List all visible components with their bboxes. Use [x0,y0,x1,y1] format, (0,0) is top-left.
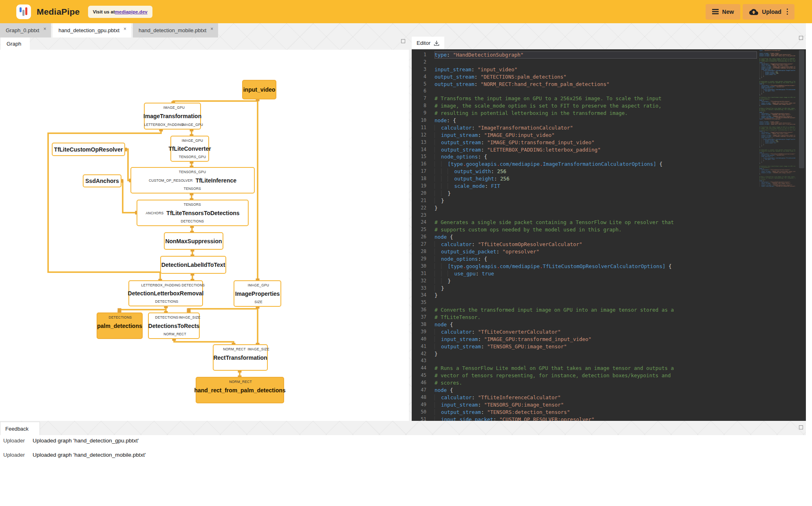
feedback-row: UploaderUploaded graph 'hand_detection_m… [0,449,812,464]
code-line[interactable]: 42} [412,350,757,358]
graph-node-palm_detections[interactable]: DETECTIONSpalm_detections [97,312,143,339]
line-number: 3 [412,66,426,73]
port-label-TENSORS: TENSORS [184,187,201,191]
port-label-LETTERBOX_PADDING: LETTERBOX_PADDING [144,123,184,127]
code-line[interactable]: 38node { [412,321,757,328]
upload-button[interactable]: Upload [743,4,794,20]
close-tab-icon[interactable]: × [210,26,213,32]
graph-canvas[interactable]: input_videoIMAGE_GPUImageTransformationL… [0,50,409,421]
code-line[interactable]: 46# scores. [412,379,757,387]
line-number: 31 [412,270,426,277]
graph-node-hand_rect_from_palm_detections[interactable]: NORM_RECThand_rect_from_palm_detections [196,377,284,403]
code-line[interactable]: 23 [412,212,757,219]
code-line[interactable]: 3input_stream: "input_video" [412,66,757,73]
close-tab-icon[interactable]: × [43,26,46,32]
code-editor[interactable]: 1type: "HandDetectionSubgraph"23input_st… [412,49,806,421]
file-tab-Graph_0.pbtxt[interactable]: Graph_0.pbtxt× [0,23,51,37]
code-line[interactable]: 50 output_stream: "TENSORS:detection_ten… [412,409,757,416]
code-line[interactable]: 15 node_options: { [412,153,757,161]
code-line[interactable]: 41 output_stream: "TENSORS_GPU:image_ten… [412,343,757,350]
code-line[interactable]: 20 } [412,190,757,197]
code-line[interactable]: 39 calculator: "TfLiteConverterCalculato… [412,328,757,336]
mediapipe-dev-link[interactable]: mediapipe.dev [115,9,148,14]
tab-graph[interactable]: Graph [1,37,30,50]
upload-menu-kebab-icon[interactable] [787,9,788,15]
graph-node-input_video[interactable]: input_video [242,80,276,99]
code-line[interactable]: 4output_stream: "DETECTIONS:palm_detecti… [412,73,757,81]
code-line[interactable]: 2 [412,59,757,66]
graph-node-TfLiteCustomOpResolver[interactable]: TfLiteCustomOpResolver [52,143,125,156]
code-line[interactable]: 25# supports custom ops needed by the mo… [412,226,757,233]
expand-graph-panel-icon[interactable] [401,39,405,43]
code-line[interactable]: 11 calculator: "ImageTransformationCalcu… [412,124,757,132]
port-label-IMAGE_GPU: IMAGE_GPU [182,123,203,127]
code-line[interactable]: 29 node_options: { [412,255,757,263]
code-line[interactable]: 6 [412,88,757,95]
expand-editor-panel-icon[interactable] [799,36,803,40]
line-number: 47 [412,387,426,394]
graph-node-DetectionLetterboxRemoval[interactable]: LETTERBOX_PADDINGDETECTIONSDetectionLett… [128,280,203,306]
tab-editor[interactable]: Editor [412,37,444,49]
graph-node-NonMaxSuppression[interactable]: NonMaxSuppression [164,232,223,250]
code-line[interactable]: 44# Runs a TensorFlow Lite model on GPU … [412,365,757,372]
code-line[interactable]: 30 [type.googleapis.com/mediapipe.TfLite… [412,263,757,270]
code-line[interactable]: 8# image, the scale_mode option is set t… [412,102,757,110]
editor-minimap[interactable]: type: "HandDetectionSubgraph"input_strea… [759,50,795,418]
line-number: 45 [412,372,426,379]
code-line[interactable]: 1type: "HandDetectionSubgraph" [412,51,757,59]
graph-node-DetectionLabelIdToText[interactable]: DetectionLabelIdToText [160,256,226,274]
tab-feedback[interactable]: Feedback [0,422,40,435]
expand-feedback-panel-icon[interactable] [799,425,803,429]
new-button[interactable]: New [706,4,741,20]
line-number: 26 [412,233,426,241]
code-line[interactable]: 21 } [412,197,757,205]
code-line[interactable]: 12 input_stream: "IMAGE_GPU:input_video" [412,132,757,139]
code-line[interactable]: 18 output_height: 256 [412,175,757,183]
file-tab-hand_detection_gpu.pbtxt[interactable]: hand_detection_gpu.pbtxt× [53,23,131,37]
code-line[interactable]: 34} [412,292,757,299]
code-line[interactable]: 22} [412,205,757,212]
code-line[interactable]: 33 } [412,285,757,292]
graph-node-RectTransformation[interactable]: NORM_RECTIMAGE_SIZERectTransformation [213,344,268,371]
graph-node-ImageProperties[interactable]: IMAGE_GPUImagePropertiesSIZE [234,280,281,307]
download-icon[interactable] [434,40,439,46]
code-line[interactable]: 35 [412,299,757,306]
code-line[interactable]: 51 input_side_packet: "CUSTOM_OP_RESOLVE… [412,416,757,421]
graph-node-TfLiteConverter[interactable]: IMAGE_GPUTfLiteConverterTENSORS_GPU [170,136,209,162]
code-line[interactable]: 19 scale_mode: FIT [412,183,757,190]
code-line[interactable]: 36# Converts the transformed input image… [412,306,757,314]
code-line[interactable]: 43 [412,357,757,365]
code-line[interactable]: 14 output_stream: "LETTERBOX_PADDING:let… [412,146,757,154]
code-line[interactable]: 24# Generates a single side packet conta… [412,219,757,226]
port-label-TENSORS_GPU: TENSORS_GPU [179,155,206,159]
line-number: 48 [412,394,426,401]
graph-node-DetectionsToRects[interactable]: DETECTIONSIMAGE_SIZEDetectionsToRectsNOR… [148,312,200,339]
code-line[interactable]: 49 input_stream: "TENSORS_GPU:image_tens… [412,401,757,409]
code-line[interactable]: 32 } [412,277,757,285]
code-line[interactable]: 27 calculator: "TfLiteCustomOpResolverCa… [412,241,757,248]
line-number: 30 [412,263,426,270]
code-line[interactable]: 47node { [412,387,757,394]
graph-node-SsdAnchors[interactable]: SsdAnchors [83,174,121,187]
code-line[interactable]: 10node: { [412,117,757,124]
graph-node-ImageTransformation[interactable]: IMAGE_GPUImageTransformationLETTERBOX_PA… [144,103,201,130]
file-tab-hand_detection_mobile.pbtxt[interactable]: hand_detection_mobile.pbtxt× [133,23,218,37]
graph-node-TfLiteInference[interactable]: TENSORS_GPUCUSTOM_OP_RESOLVERTfLiteInfer… [130,167,255,194]
close-tab-icon[interactable]: × [124,26,126,32]
code-line[interactable]: 9# resulting in potential letterboxing i… [412,110,757,117]
code-line[interactable]: 16 [type.googleapis.com/mediapipe.ImageT… [412,161,757,168]
code-line[interactable]: 7# Transforms the input image on GPU to … [412,95,757,102]
code-line[interactable]: 48 calculator: "TfLiteInferenceCalculato… [412,394,757,401]
code-line[interactable]: 31 use_gpu: true [412,270,757,277]
editor-scrollbar-thumb[interactable] [799,50,804,168]
code-line[interactable]: 40 input_stream: "IMAGE_GPU:transformed_… [412,336,757,343]
code-line[interactable]: 28 output_side_packet: "opresolver" [412,248,757,255]
code-line[interactable]: 5output_stream: "NORM_RECT:hand_rect_fro… [412,81,757,88]
code-line[interactable]: 17 output_width: 256 [412,168,757,175]
line-number: 11 [412,124,426,132]
code-line[interactable]: 13 output_stream: "IMAGE_GPU:transformed… [412,139,757,146]
graph-node-TfLiteTensorsToDetections[interactable]: TENSORSANCHORSTfLiteTensorsToDetectionsD… [137,200,249,226]
code-line[interactable]: 37# TfLiteTensor. [412,314,757,321]
code-line[interactable]: 45# vector of tensors representing, for … [412,372,757,379]
code-line[interactable]: 26node { [412,233,757,241]
